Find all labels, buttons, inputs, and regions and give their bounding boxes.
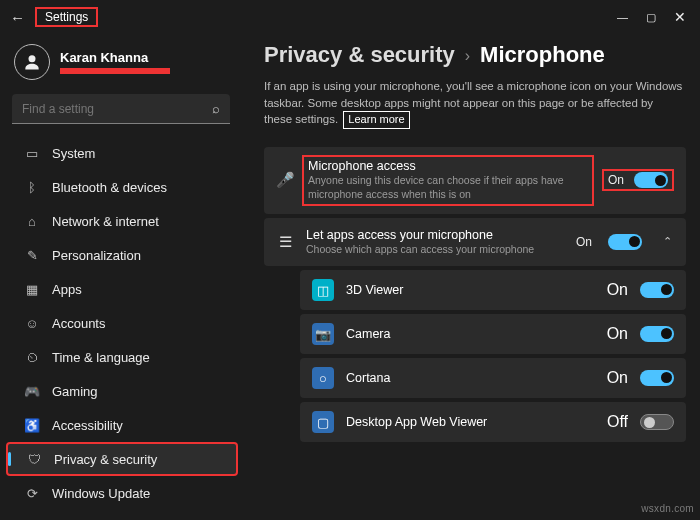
app-toggle[interactable] xyxy=(640,370,674,386)
close-button[interactable]: ✕ xyxy=(674,9,686,25)
gaming-icon: 🎮 xyxy=(24,383,40,399)
back-button[interactable]: ← xyxy=(10,9,25,26)
sidebar-item-time[interactable]: ⏲ Time & language xyxy=(6,340,238,374)
page-description: If an app is using your microphone, you'… xyxy=(264,78,684,129)
sidebar-item-bluetooth[interactable]: ᛒ Bluetooth & devices xyxy=(6,170,238,204)
sidebar-item-label: Bluetooth & devices xyxy=(52,180,167,195)
svg-point-0 xyxy=(29,55,36,62)
setting-title: Microphone access xyxy=(308,159,588,173)
microphone-access-toggle[interactable] xyxy=(634,172,668,188)
search-field[interactable] xyxy=(22,102,196,116)
shield-icon: 🛡 xyxy=(26,451,42,467)
microphone-icon: 🎤 xyxy=(276,171,294,189)
system-icon: ▭ xyxy=(24,145,40,161)
apps-icon: ▦ xyxy=(24,281,40,297)
app-row-3d-viewer[interactable]: ◫ 3D Viewer On xyxy=(300,270,686,310)
page-title: Microphone xyxy=(480,42,605,68)
app-name: Desktop App Web Viewer xyxy=(346,415,595,429)
bluetooth-icon: ᛒ xyxy=(24,179,40,195)
app-toggle[interactable] xyxy=(640,414,674,430)
user-name: Karan Khanna xyxy=(60,50,170,65)
network-icon: ⌂ xyxy=(24,213,40,229)
app-name: Camera xyxy=(346,327,595,341)
breadcrumb: Privacy & security › Microphone xyxy=(264,42,686,68)
camera-icon: 📷 xyxy=(312,323,334,345)
chevron-right-icon: › xyxy=(465,47,470,65)
sidebar-item-label: Personalization xyxy=(52,248,141,263)
toggle-state: On xyxy=(576,235,592,249)
minimize-button[interactable]: ― xyxy=(617,11,628,23)
sidebar-item-label: Accessibility xyxy=(52,418,123,433)
toggle-state: Off xyxy=(607,413,628,431)
sidebar-item-label: Gaming xyxy=(52,384,98,399)
sidebar-item-label: Accounts xyxy=(52,316,105,331)
app-name: 3D Viewer xyxy=(346,283,595,297)
setting-subtitle: Choose which apps can access your microp… xyxy=(306,243,564,257)
app-row-camera[interactable]: 📷 Camera On xyxy=(300,314,686,354)
app-icon: ▢ xyxy=(312,411,334,433)
update-icon: ⟳ xyxy=(24,485,40,501)
chevron-up-icon[interactable]: ⌃ xyxy=(660,235,674,248)
sidebar-item-network[interactable]: ⌂ Network & internet xyxy=(6,204,238,238)
list-icon: ☰ xyxy=(276,233,294,251)
window-title: Settings xyxy=(35,7,98,27)
sidebar-item-accessibility[interactable]: ♿ Accessibility xyxy=(6,408,238,442)
setting-title: Let apps access your microphone xyxy=(306,228,564,242)
cortana-icon: ○ xyxy=(312,367,334,389)
sidebar-item-apps[interactable]: ▦ Apps xyxy=(6,272,238,306)
app-toggle[interactable] xyxy=(640,326,674,342)
sidebar-item-label: Apps xyxy=(52,282,82,297)
search-input[interactable]: ⌕ xyxy=(12,94,230,124)
avatar xyxy=(14,44,50,80)
sidebar-item-privacy[interactable]: 🛡 Privacy & security xyxy=(6,442,238,476)
sidebar-item-accounts[interactable]: ☺ Accounts xyxy=(6,306,238,340)
personalization-icon: ✎ xyxy=(24,247,40,263)
sidebar-item-label: Time & language xyxy=(52,350,150,365)
toggle-state: On xyxy=(607,369,628,387)
accounts-icon: ☺ xyxy=(24,315,40,331)
app-toggle[interactable] xyxy=(640,282,674,298)
maximize-button[interactable]: ▢ xyxy=(646,11,656,24)
app-row-desktop-app-web-viewer[interactable]: ▢ Desktop App Web Viewer Off xyxy=(300,402,686,442)
app-name: Cortana xyxy=(346,371,595,385)
toggle-state: On xyxy=(607,325,628,343)
toggle-state: On xyxy=(607,281,628,299)
user-email-redacted xyxy=(60,68,170,74)
app-row-cortana[interactable]: ○ Cortana On xyxy=(300,358,686,398)
main-content: Privacy & security › Microphone If an ap… xyxy=(244,34,700,520)
sidebar-item-personalization[interactable]: ✎ Personalization xyxy=(6,238,238,272)
user-header[interactable]: Karan Khanna xyxy=(0,34,244,94)
let-apps-access-setting[interactable]: ☰ Let apps access your microphone Choose… xyxy=(264,218,686,267)
sidebar-item-label: System xyxy=(52,146,95,161)
person-icon xyxy=(22,52,42,72)
sidebar-item-label: Network & internet xyxy=(52,214,159,229)
titlebar: ← Settings ― ▢ ✕ xyxy=(0,0,700,34)
sidebar: Karan Khanna ⌕ ▭ System ᛒ Bluetooth & de… xyxy=(0,34,244,520)
sidebar-item-label: Privacy & security xyxy=(54,452,157,467)
let-apps-toggle[interactable] xyxy=(608,234,642,250)
setting-subtitle: Anyone using this device can choose if t… xyxy=(308,174,588,201)
microphone-access-setting[interactable]: 🎤 Microphone access Anyone using this de… xyxy=(264,147,686,213)
sidebar-item-gaming[interactable]: 🎮 Gaming xyxy=(6,374,238,408)
clock-icon: ⏲ xyxy=(24,349,40,365)
accessibility-icon: ♿ xyxy=(24,417,40,433)
breadcrumb-parent[interactable]: Privacy & security xyxy=(264,42,455,68)
learn-more-link[interactable]: Learn more xyxy=(343,111,409,129)
sidebar-item-system[interactable]: ▭ System xyxy=(6,136,238,170)
search-icon: ⌕ xyxy=(212,101,220,116)
sidebar-item-label: Windows Update xyxy=(52,486,150,501)
watermark: wsxdn.com xyxy=(641,503,694,514)
toggle-state: On xyxy=(608,173,624,187)
sidebar-item-update[interactable]: ⟳ Windows Update xyxy=(6,476,238,510)
app-icon: ◫ xyxy=(312,279,334,301)
